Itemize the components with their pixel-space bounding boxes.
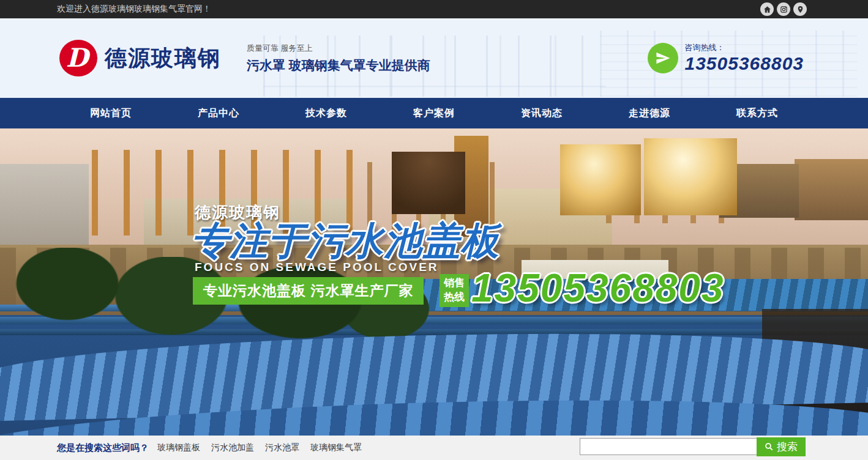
search-prompt: 您是在搜索这些词吗？ bbox=[57, 442, 149, 454]
keyword-link-2[interactable]: 污水池加盖 bbox=[211, 442, 254, 453]
slogan-small: 质量可靠 服务至上 bbox=[247, 43, 430, 54]
hero-banner: 德源玻璃钢 专注于污水池盖板 FOUCS ON SEWAGE POOL COVE… bbox=[0, 128, 868, 436]
sales-phone-number: 13505368803 bbox=[471, 265, 725, 311]
hero-badge: 专业污水池盖板 污水罩生产厂家 bbox=[193, 277, 424, 305]
hero-headline: 专注于污水池盖板 bbox=[191, 215, 499, 267]
sales-hotline-label: 销售 热线 bbox=[440, 274, 469, 307]
hotline-label: 咨询热线： bbox=[684, 42, 804, 53]
sales-label-line2: 热线 bbox=[444, 291, 465, 305]
keyword-link-1[interactable]: 玻璃钢盖板 bbox=[157, 442, 200, 453]
hero-overlay: 德源玻璃钢 专注于污水池盖板 FOUCS ON SEWAGE POOL COVE… bbox=[0, 128, 868, 436]
search-strip: 您是在搜索这些词吗？ 玻璃钢盖板 污水池加盖 污水池罩 玻璃钢集气罩 搜索 bbox=[0, 436, 868, 460]
logo-icon: D bbox=[59, 40, 97, 76]
social-icons bbox=[760, 2, 807, 16]
logo-text: 德源玻璃钢 bbox=[105, 43, 221, 73]
nav-item-contact[interactable]: 联系方式 bbox=[703, 98, 811, 128]
keyword-links: 玻璃钢盖板 污水池加盖 污水池罩 玻璃钢集气罩 bbox=[157, 442, 362, 453]
keyword-link-3[interactable]: 污水池罩 bbox=[265, 442, 299, 453]
hero-sales-hotline: 销售 热线 13505368803 bbox=[440, 274, 725, 311]
search-button-label: 搜索 bbox=[777, 440, 798, 454]
keyword-link-4[interactable]: 玻璃钢集气罩 bbox=[310, 442, 362, 453]
nav-item-about[interactable]: 走进德源 bbox=[596, 98, 703, 128]
top-bar: 欢迎进入德源玻璃钢玻璃钢集气罩官网！ bbox=[0, 0, 868, 18]
site-header: D 德源玻璃钢 质量可靠 服务至上 污水罩 玻璃钢集气罩专业提供商 咨询热线： … bbox=[0, 18, 868, 98]
slogan-main: 污水罩 玻璃钢集气罩专业提供商 bbox=[247, 57, 430, 74]
nav-item-specs[interactable]: 技术参数 bbox=[272, 98, 380, 128]
nav-item-home[interactable]: 网站首页 bbox=[57, 98, 165, 128]
hotline-text: 咨询热线： 13505368803 bbox=[684, 42, 804, 74]
nav-item-cases[interactable]: 客户案例 bbox=[380, 98, 488, 128]
search-icon bbox=[765, 442, 774, 451]
nav-item-products[interactable]: 产品中心 bbox=[165, 98, 272, 128]
main-nav: 网站首页 产品中心 技术参数 客户案例 资讯动态 走进德源 联系方式 bbox=[0, 98, 868, 128]
header-slogan: 质量可靠 服务至上 污水罩 玻璃钢集气罩专业提供商 bbox=[247, 43, 430, 74]
search-button[interactable]: 搜索 bbox=[757, 437, 806, 456]
sales-label-line1: 销售 bbox=[444, 276, 465, 291]
hero-subhead-en: FOUCS ON SEWAGE POOL COVER bbox=[195, 261, 439, 274]
paper-plane-icon bbox=[648, 43, 678, 73]
welcome-text: 欢迎进入德源玻璃钢玻璃钢集气罩官网！ bbox=[57, 4, 211, 15]
location-icon[interactable] bbox=[793, 2, 807, 16]
search-input[interactable] bbox=[580, 438, 763, 455]
nav-item-news[interactable]: 资讯动态 bbox=[488, 98, 596, 128]
logo-letter: D bbox=[66, 45, 88, 71]
camera-icon[interactable] bbox=[777, 2, 790, 16]
home-icon[interactable] bbox=[760, 2, 774, 16]
site-logo[interactable]: D 德源玻璃钢 bbox=[59, 40, 221, 76]
header-hotline: 咨询热线： 13505368803 bbox=[648, 42, 804, 74]
hotline-number: 13505368803 bbox=[684, 53, 804, 74]
